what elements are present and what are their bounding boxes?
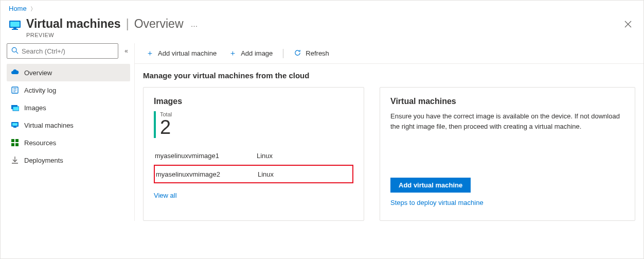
svg-rect-11 — [13, 107, 19, 111]
preview-badge: PREVIEW — [26, 32, 198, 38]
sidebar-item-deployments[interactable]: Deployments — [7, 151, 130, 169]
add-image-button[interactable]: ＋ Add image — [224, 45, 278, 61]
resources-icon — [11, 139, 19, 147]
sidebar-item-label: Deployments — [24, 157, 63, 164]
search-input-wrap[interactable] — [7, 43, 118, 59]
svg-rect-17 — [11, 143, 14, 146]
plus-icon: ＋ — [146, 48, 154, 58]
vm-resource-icon — [9, 19, 21, 33]
svg-line-5 — [16, 51, 18, 54]
sidebar-item-label: Images — [24, 104, 46, 112]
refresh-label: Refresh — [306, 49, 329, 57]
svg-rect-3 — [12, 29, 18, 30]
sidebar-item-label: Activity log — [24, 87, 56, 94]
main-panel: ＋ Add virtual machine ＋ Add image Refres… — [134, 43, 643, 221]
plus-icon: ＋ — [229, 48, 237, 58]
vm-icon — [11, 121, 19, 129]
page-section: Overview — [134, 17, 184, 31]
svg-rect-1 — [10, 22, 20, 27]
sidebar-nav: OverviewActivity logImagesVirtual machin… — [7, 64, 130, 169]
steps-link[interactable]: Steps to deploy virtual machine — [390, 199, 624, 206]
image-os: Linux — [258, 170, 352, 178]
images-table: myaselinuxvmimage1Linuxmyaselinuxvmimage… — [154, 147, 353, 183]
refresh-button[interactable]: Refresh — [289, 46, 334, 61]
sidebar: « OverviewActivity logImagesVirtual mach… — [1, 43, 134, 221]
sidebar-item-virtual-machines[interactable]: Virtual machines — [7, 116, 130, 134]
svg-rect-13 — [12, 123, 17, 126]
close-button[interactable] — [622, 18, 634, 30]
content-heading: Manage your virtual machines from the cl… — [135, 64, 643, 87]
title-separator: | — [125, 17, 130, 31]
chevron-right-icon: 〉 — [28, 6, 38, 12]
svg-rect-14 — [13, 127, 16, 128]
svg-rect-18 — [15, 143, 19, 146]
svg-point-4 — [12, 47, 16, 52]
more-menu-icon[interactable]: … — [188, 20, 198, 28]
images-card: Images Total 2 myaselinuxvmimage1Linuxmy… — [143, 87, 364, 221]
image-name: myaselinuxvmimage1 — [154, 152, 257, 160]
page-header: Virtual machines | Overview … PREVIEW — [1, 15, 643, 43]
vm-card: Virtual machines Ensure you have the cor… — [380, 87, 635, 221]
sidebar-item-images[interactable]: Images — [7, 99, 130, 116]
add-vm-primary-button[interactable]: Add virtual machine — [390, 178, 471, 193]
images-kpi: Total 2 — [154, 111, 353, 138]
kpi-value: 2 — [160, 117, 172, 137]
breadcrumb: Home 〉 — [1, 1, 643, 15]
sidebar-item-resources[interactable]: Resources — [7, 134, 130, 151]
search-input[interactable] — [22, 47, 114, 55]
vm-card-title: Virtual machines — [390, 97, 624, 106]
add-image-label: Add image — [241, 49, 273, 57]
search-icon — [11, 47, 19, 56]
sidebar-item-label: Virtual machines — [24, 122, 74, 129]
sidebar-item-activity-log[interactable]: Activity log — [7, 81, 130, 99]
log-icon — [11, 86, 19, 94]
sidebar-item-label: Overview — [24, 69, 52, 77]
sidebar-item-overview[interactable]: Overview — [7, 64, 130, 81]
images-card-title: Images — [154, 97, 353, 106]
images-icon — [11, 103, 19, 112]
svg-rect-15 — [11, 139, 14, 142]
toolbar-separator — [283, 49, 283, 58]
collapse-sidebar-button[interactable]: « — [122, 45, 130, 57]
svg-rect-2 — [13, 28, 16, 29]
refresh-icon — [294, 49, 301, 58]
view-all-link[interactable]: View all — [154, 192, 353, 199]
image-name: myaselinuxvmimage2 — [155, 170, 258, 178]
add-vm-button[interactable]: ＋ Add virtual machine — [141, 45, 222, 61]
sidebar-item-label: Resources — [24, 139, 56, 147]
image-row[interactable]: myaselinuxvmimage2Linux — [154, 165, 353, 183]
cloud-icon — [11, 68, 19, 77]
page-title: Virtual machines — [26, 17, 121, 31]
kpi-accent-bar — [154, 111, 156, 138]
svg-rect-16 — [15, 139, 19, 142]
breadcrumb-home[interactable]: Home — [9, 5, 27, 12]
image-row[interactable]: myaselinuxvmimage1Linux — [154, 147, 353, 165]
vm-card-description: Ensure you have the correct image is ava… — [390, 111, 624, 131]
add-vm-label: Add virtual machine — [158, 49, 217, 57]
deployments-icon — [11, 156, 19, 164]
image-os: Linux — [257, 152, 353, 160]
toolbar: ＋ Add virtual machine ＋ Add image Refres… — [135, 43, 643, 64]
